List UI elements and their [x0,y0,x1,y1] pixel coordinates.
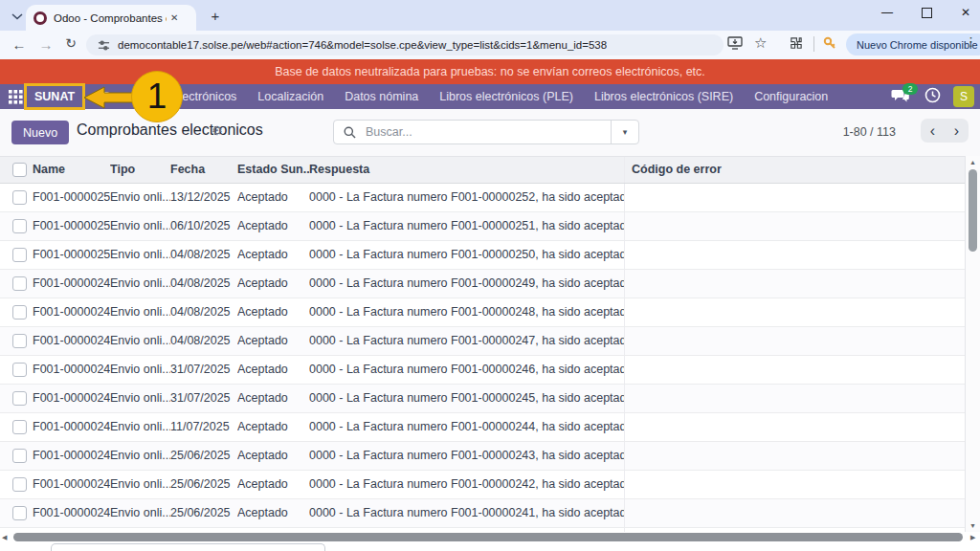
row-checkbox[interactable] [12,477,27,492]
cell-name: F001-00000244 [33,413,110,441]
scroll-right-arrow-icon[interactable]: ▶ [970,534,975,541]
cell-name: F001-00000249 [33,270,110,298]
pager-previous-button[interactable]: ‹ [921,119,945,143]
row-checkbox[interactable] [12,276,27,291]
new-record-button[interactable]: Nuevo [11,121,69,144]
install-app-icon[interactable] [727,36,743,54]
table-row[interactable]: F001-00000245Envio onli...31/07/2025Acep… [0,385,965,413]
row-checkbox-cell [0,184,33,211]
row-checkbox[interactable] [12,305,27,320]
table-row[interactable]: F001-00000249Envio onli...04/08/2025Acep… [0,270,965,298]
cell-fecha: 04/08/2025 [170,270,237,298]
browser-menu-kebab-icon[interactable]: ⋮ [965,34,977,49]
row-checkbox[interactable] [12,219,27,233]
cell-fecha: 13/12/2025 [170,184,237,211]
column-header-codigo[interactable]: Código de error [624,157,965,183]
cell-codigo [624,298,965,326]
table-row[interactable]: F001-00000243Envio onli...25/06/2025Acep… [0,442,965,471]
annotation-highlight-box [24,83,85,110]
column-header-fecha[interactable]: Fecha [170,157,237,183]
status-bubble [51,543,325,551]
search-dropdown-caret-icon[interactable]: ▾ [611,121,638,143]
horizontal-scrollbar-thumb[interactable] [13,533,963,541]
nav-menu: Documentos electrónicos Localización Dat… [92,84,838,109]
new-tab-button[interactable]: + [207,7,224,24]
apps-grid-icon[interactable] [9,90,23,108]
row-checkbox[interactable] [12,449,27,463]
cell-tipo: Envio onli... [110,413,170,441]
column-header-estado[interactable]: Estado Sun... [237,157,309,183]
cell-codigo [624,241,965,269]
table-row[interactable]: F001-00000251Envio onli...06/10/2025Acep… [0,212,965,241]
vertical-scrollbar-thumb[interactable] [969,169,977,252]
scroll-left-arrow-icon[interactable]: ◀ [2,534,7,541]
table-row[interactable]: F001-00000247Envio onli...04/08/2025Acep… [0,327,965,356]
row-checkbox[interactable] [12,248,27,262]
view-settings-gear-icon[interactable]: ⚙ [212,123,223,138]
row-checkbox[interactable] [12,363,27,377]
horizontal-scrollbar[interactable]: ◀ ▶ [0,532,980,543]
scroll-down-arrow-icon[interactable]: ▼ [966,522,980,529]
table-row[interactable]: F001-00000242Envio onli...25/06/2025Acep… [0,471,965,499]
search-bar[interactable]: ▾ [333,120,639,144]
messages-button[interactable]: 2 [891,88,912,105]
reload-button[interactable]: ↻ [61,35,80,51]
forward-button[interactable]: → [36,36,56,53]
cell-tipo: Envio onli... [110,184,170,211]
column-header-respuesta[interactable]: Respuesta [309,157,624,183]
row-checkbox[interactable] [12,420,27,434]
window-maximize-button[interactable] [922,8,932,18]
table-row[interactable]: F001-00000250Envio onli...04/08/2025Acep… [0,241,965,270]
search-input[interactable] [364,124,588,140]
browser-tab[interactable]: Odoo - Comprobantes electron ✕ [26,5,196,31]
cell-tipo: Envio onli... [110,442,170,470]
nav-item-localizacion[interactable]: Localización [247,84,334,109]
cell-respuesta: 0000 - La Factura numero F001-00000252, … [309,184,624,211]
activities-clock-button[interactable] [924,87,941,107]
cell-name: F001-00000242 [33,471,110,498]
table-row[interactable]: F001-00000252Envio onli...13/12/2025Acep… [0,184,965,212]
back-button[interactable]: ← [10,36,29,53]
bookmark-star-icon[interactable]: ☆ [754,34,767,52]
nav-item-configuracion[interactable]: Configuracion [744,84,838,109]
pager-next-button[interactable]: › [945,119,969,143]
nav-item-libros-sire[interactable]: Libros electrónicos (SIRE) [584,84,744,109]
password-key-icon[interactable] [823,36,836,54]
search-icon [344,126,356,139]
row-checkbox[interactable] [12,506,27,520]
nav-item-libros-ple[interactable]: Libros electrónicos (PLE) [429,84,584,109]
cell-tipo: Envio onli... [110,270,170,298]
vertical-scrollbar[interactable]: ▲ ▼ [965,156,980,532]
select-all-checkbox[interactable] [12,163,27,177]
table-row[interactable]: F001-00000248Envio onli...04/08/2025Acep… [0,298,965,327]
row-checkbox-cell [0,298,33,326]
row-checkbox[interactable] [12,391,27,406]
nav-item-datos-nomina[interactable]: Datos nómina [334,84,429,109]
table-row[interactable]: F001-00000244Envio onli...11/07/2025Acep… [0,413,965,442]
site-settings-icon[interactable] [98,39,110,52]
row-checkbox-cell [0,442,33,470]
chrome-update-chip[interactable]: Nuevo Chrome disponible [846,33,980,55]
column-header-tipo[interactable]: Tipo [110,157,170,183]
window-close-button[interactable]: ✕ [961,6,970,19]
tab-close-icon[interactable]: ✕ [170,12,178,23]
new-button-label: Nuevo [23,126,57,140]
address-bar[interactable]: democontable17.solse.pe/web#action=746&m… [86,34,724,55]
cell-codigo [624,385,965,412]
page-title: Comprobantes electronicos [77,121,263,139]
annotation-step-circle: 1 [131,71,183,122]
cell-codigo [624,471,965,498]
extensions-puzzle-icon[interactable] [789,36,803,55]
window-minimize-button[interactable]: — [881,6,893,19]
scroll-up-arrow-icon[interactable]: ▲ [966,159,980,165]
toolbar-divider [813,36,814,52]
column-header-name[interactable]: Name [33,157,110,183]
select-all-cell [0,157,33,183]
table-row[interactable]: F001-00000246Envio onli...31/07/2025Acep… [0,356,965,385]
table-row[interactable]: F001-00000241Envio onli...25/06/2025Acep… [0,499,965,528]
row-checkbox[interactable] [12,334,27,348]
cell-respuesta: 0000 - La Factura numero F001-00000246, … [309,356,624,384]
tab-search-chevron-icon[interactable] [7,6,28,27]
row-checkbox[interactable] [12,190,27,205]
user-avatar[interactable]: S [953,86,974,107]
